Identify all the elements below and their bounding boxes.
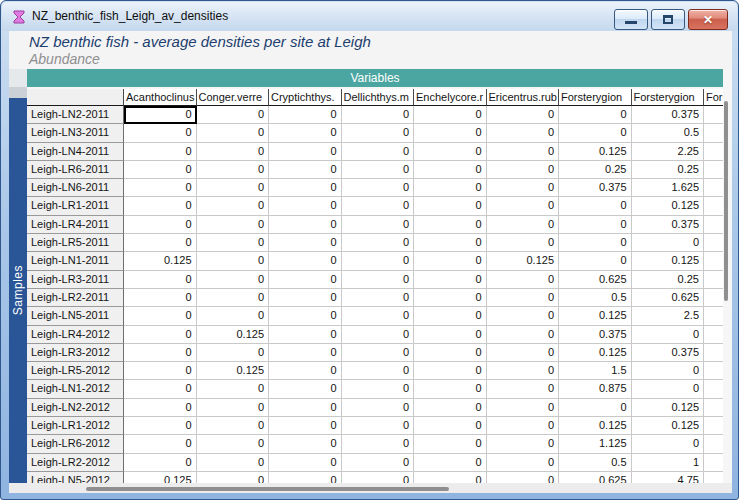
data-cell[interactable]: 0.125 (559, 307, 632, 325)
data-cell[interactable]: 0.625 (559, 472, 632, 483)
data-cell[interactable] (704, 216, 723, 234)
data-cell[interactable]: 0 (559, 252, 632, 270)
data-cell[interactable]: 0 (197, 252, 270, 270)
data-cell[interactable] (704, 399, 723, 417)
data-cell[interactable]: 0 (342, 271, 415, 289)
data-cell[interactable]: 0 (342, 380, 415, 398)
data-cell[interactable] (704, 161, 723, 179)
data-cell[interactable]: 0 (487, 289, 560, 307)
data-cell[interactable] (704, 326, 723, 344)
row-label[interactable]: Leigh-LN5-2012 (27, 472, 124, 483)
data-cell[interactable]: 0 (342, 289, 415, 307)
row-label[interactable]: Leigh-LN1-2012 (27, 380, 124, 398)
data-cell[interactable]: 0 (197, 106, 270, 124)
data-cell[interactable]: 0.125 (197, 362, 270, 380)
data-cell[interactable]: 0 (342, 252, 415, 270)
column-header[interactable]: Forst (704, 89, 723, 106)
data-cell[interactable]: 0 (269, 380, 342, 398)
data-cell[interactable]: 0 (559, 234, 632, 252)
data-cell[interactable]: 0 (269, 362, 342, 380)
data-cell[interactable]: 0 (632, 326, 705, 344)
data-cell[interactable]: 0 (124, 216, 197, 234)
row-label[interactable]: Leigh-LN6-2011 (27, 179, 124, 197)
row-label[interactable]: Leigh-LR5-2011 (27, 234, 124, 252)
data-cell[interactable]: 0.125 (124, 252, 197, 270)
data-cell[interactable]: 0 (487, 399, 560, 417)
row-label[interactable]: Leigh-LR4-2012 (27, 326, 124, 344)
data-cell[interactable]: 0 (269, 399, 342, 417)
data-cell[interactable]: 0.125 (559, 417, 632, 435)
column-header[interactable]: Forsterygion (632, 89, 705, 106)
data-cell[interactable]: 0 (124, 271, 197, 289)
data-cell[interactable]: 0 (124, 179, 197, 197)
data-cell[interactable] (704, 362, 723, 380)
data-cell[interactable] (704, 197, 723, 215)
data-cell[interactable]: 0 (197, 344, 270, 362)
maximize-button[interactable] (651, 9, 685, 30)
row-label[interactable]: Leigh-LR3-2011 (27, 271, 124, 289)
data-cell[interactable]: 0 (124, 124, 197, 142)
data-cell[interactable]: 0.375 (632, 216, 705, 234)
data-cell[interactable]: 0 (559, 124, 632, 142)
data-cell[interactable]: 0 (124, 234, 197, 252)
data-cell[interactable]: 0 (632, 362, 705, 380)
data-cell[interactable]: 0 (414, 289, 487, 307)
data-cell[interactable]: 0 (124, 344, 197, 362)
data-cell[interactable]: 0 (632, 234, 705, 252)
data-cell[interactable]: 0.125 (632, 252, 705, 270)
data-cell[interactable]: 0 (559, 216, 632, 234)
data-cell[interactable] (704, 454, 723, 472)
data-cell[interactable]: 0 (124, 435, 197, 453)
data-cell[interactable]: 0 (197, 179, 270, 197)
row-label[interactable]: Leigh-LN2-2011 (27, 106, 124, 124)
data-cell[interactable]: 0 (197, 435, 270, 453)
row-label[interactable]: Leigh-LR1-2012 (27, 417, 124, 435)
data-cell[interactable]: 0.625 (559, 271, 632, 289)
data-cell[interactable]: 0 (414, 454, 487, 472)
data-cell[interactable] (704, 271, 723, 289)
data-cell[interactable]: 0 (197, 380, 270, 398)
data-cell[interactable]: 0 (414, 472, 487, 483)
data-cell[interactable]: 0 (487, 216, 560, 234)
row-label[interactable]: Leigh-LR2-2011 (27, 289, 124, 307)
data-cell[interactable]: 0 (487, 362, 560, 380)
data-cell[interactable]: 0 (559, 106, 632, 124)
data-cell[interactable]: 0 (487, 143, 560, 161)
data-cell[interactable]: 0 (197, 417, 270, 435)
row-label[interactable]: Leigh-LR4-2011 (27, 216, 124, 234)
data-cell[interactable]: 0 (414, 143, 487, 161)
data-cell[interactable]: 0 (197, 197, 270, 215)
data-cell[interactable] (704, 289, 723, 307)
data-cell[interactable]: 0 (197, 161, 270, 179)
data-cell[interactable] (704, 417, 723, 435)
data-cell[interactable]: 0 (124, 161, 197, 179)
data-cell[interactable] (704, 179, 723, 197)
data-cell[interactable]: 0 (559, 399, 632, 417)
data-cell[interactable]: 0 (197, 472, 270, 483)
data-cell[interactable]: 2.5 (632, 307, 705, 325)
data-cell[interactable]: 0 (124, 380, 197, 398)
data-cell[interactable]: 0 (124, 289, 197, 307)
column-header[interactable]: Acanthoclinus (124, 89, 197, 106)
data-cell[interactable]: 0 (342, 417, 415, 435)
data-cell[interactable]: 0 (414, 435, 487, 453)
data-cell[interactable]: 0 (414, 326, 487, 344)
horizontal-scrollbar-thumb[interactable] (86, 487, 449, 491)
data-cell[interactable]: 0 (487, 435, 560, 453)
data-cell[interactable]: 0.125 (124, 472, 197, 483)
column-header[interactable]: Dellichthys.m (342, 89, 415, 106)
row-label[interactable]: Leigh-LN3-2011 (27, 124, 124, 142)
data-cell[interactable]: 0 (414, 417, 487, 435)
data-cell[interactable]: 0 (269, 472, 342, 483)
column-header[interactable]: Forsterygion (559, 89, 632, 106)
data-cell[interactable]: 0 (197, 399, 270, 417)
data-cell[interactable]: 0 (414, 124, 487, 142)
data-cell[interactable]: 0 (342, 344, 415, 362)
data-cell[interactable]: 0.125 (487, 252, 560, 270)
vertical-scrollbar-thumb[interactable] (724, 101, 728, 301)
data-cell[interactable]: 0 (269, 252, 342, 270)
data-cell[interactable]: 0 (342, 216, 415, 234)
row-label[interactable]: Leigh-LN5-2011 (27, 307, 124, 325)
data-cell[interactable]: 0.5 (559, 454, 632, 472)
data-cell[interactable]: 0 (342, 143, 415, 161)
